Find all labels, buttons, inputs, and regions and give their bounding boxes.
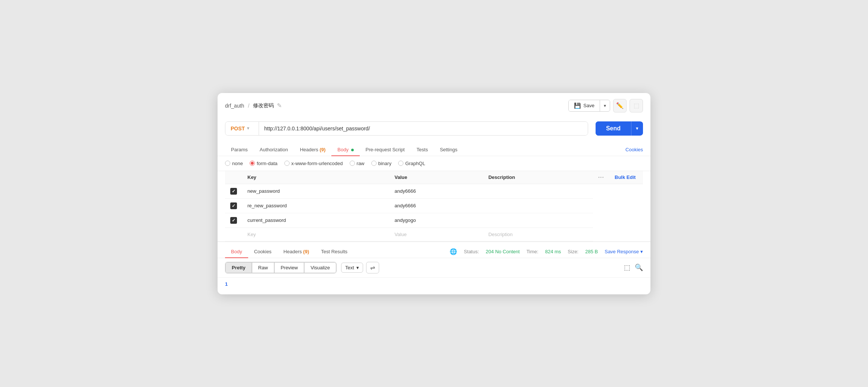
tab-tests[interactable]: Tests [410,144,434,156]
size-value: 285 B [585,249,598,254]
send-label: Send [606,125,621,131]
tab-settings[interactable]: Settings [434,144,463,156]
globe-icon: 🌐 [450,248,457,255]
row3-value[interactable]: andygogo [389,213,483,227]
format-arrow: ▾ [356,265,359,270]
save-response-button[interactable]: Save Response ▾ [605,249,643,254]
response-body: 1 [218,278,650,294]
view-preview-button[interactable]: Preview [274,262,304,273]
edit-button[interactable]: ✏️ [613,99,627,112]
radio-raw[interactable]: raw [350,161,365,166]
row1-checkbox-cell[interactable]: ✓ [225,184,242,198]
titlebar: drf_auth / 修改密码 ✎ 💾 Save ▾ ✏️ ⬚ [218,93,650,117]
wrap-button[interactable]: ⇌ [366,262,379,273]
save-button-group: 💾 Save ▾ [568,100,610,112]
tab-authorization[interactable]: Authorization [254,144,294,156]
edit-icon[interactable]: ✎ [277,102,282,109]
th-key: Key [242,171,389,184]
row3-key[interactable]: current_password [242,213,389,227]
save-dropdown-arrow[interactable]: ▾ [600,101,610,111]
status-label: Status: [464,249,479,254]
row2-description[interactable] [483,198,593,213]
th-description: Description [483,171,593,184]
view-raw-button[interactable]: Raw [252,262,274,273]
row3-description[interactable] [483,213,593,227]
radio-binary[interactable]: binary [371,161,391,166]
url-input-group: POST ▾ [225,121,588,136]
breadcrumb: drf_auth / 修改密码 ✎ [225,102,282,109]
radio-form-data-label: form-data [257,161,278,166]
copy-to-clipboard-icon[interactable]: ⬚ [624,263,630,272]
tab-body-label: Body [337,147,349,152]
row2-checkbox[interactable]: ✓ [230,202,237,209]
response-tab-headers[interactable]: Headers (9) [278,246,315,258]
view-visualize-button[interactable]: Visualize [304,262,336,273]
th-checkbox [225,171,242,184]
response-tab-test-results-label: Test Results [321,249,347,254]
format-select[interactable]: Text ▾ [341,263,363,273]
row2-value[interactable]: andy6666 [389,198,483,213]
size-label: Size: [568,249,578,254]
radio-urlencoded[interactable]: x-www-form-urlencoded [284,161,343,166]
row1-description[interactable] [483,184,593,198]
radio-none-circle [225,161,230,166]
response-tab-test-results[interactable]: Test Results [315,246,353,258]
view-pretty-button[interactable]: Pretty [225,262,252,273]
row1-key[interactable]: new_password [242,184,389,198]
row3-checkbox-cell[interactable]: ✓ [225,213,242,227]
method-selector[interactable]: POST ▾ [225,122,259,135]
method-arrow: ▾ [247,126,249,131]
table-row-empty: Key Value Description [225,227,643,241]
save-label: Save [583,103,594,108]
send-button-group: Send ▾ [596,121,643,136]
empty-value[interactable]: Value [389,227,483,241]
tab-tests-label: Tests [416,147,428,152]
radio-graphql[interactable]: GraphQL [398,161,425,166]
status-value: 204 No Content [486,249,520,254]
radio-graphql-circle [398,161,403,166]
radio-none[interactable]: none [225,161,243,166]
radio-graphql-label: GraphQL [405,161,425,166]
save-icon: 💾 [574,102,581,109]
row1-value[interactable]: andy6666 [389,184,483,198]
response-tabs: Body Cookies Headers (9) Test Results 🌐 … [218,242,650,258]
tab-params[interactable]: Params [225,144,254,156]
send-dropdown-arrow[interactable]: ▾ [631,122,643,135]
row3-checkbox[interactable]: ✓ [230,217,237,224]
url-input[interactable] [259,122,588,135]
send-button[interactable]: Send [596,121,631,136]
radio-form-data-inner [251,162,254,165]
tab-prerequest[interactable]: Pre-request Script [360,144,411,156]
response-actions: ⬚ 🔍 [624,263,643,272]
response-toolbar: Pretty Raw Preview Visualize Text ▾ ⇌ ⬚ … [218,258,650,278]
response-tab-cookies[interactable]: Cookies [248,246,278,258]
row1-checkbox[interactable]: ✓ [230,188,237,195]
search-icon[interactable]: 🔍 [635,263,643,272]
copy-button[interactable]: ⬚ [630,99,643,112]
empty-description[interactable]: Description [483,227,593,241]
breadcrumb-current: 修改密码 [253,102,274,109]
tab-cookies[interactable]: Cookies [625,147,643,152]
th-value: Value [389,171,483,184]
row2-checkbox-cell[interactable]: ✓ [225,198,242,213]
row2-key[interactable]: re_new_password [242,198,389,213]
empty-checkbox-cell [225,227,242,241]
tab-body[interactable]: Body [331,144,359,156]
radio-urlencoded-circle [284,161,290,166]
breadcrumb-parent[interactable]: drf_auth [225,103,244,109]
radio-raw-label: raw [357,161,365,166]
radio-form-data[interactable]: form-data [250,161,278,166]
empty-key[interactable]: Key [242,227,389,241]
request-tabs: Params Authorization Headers (9) Body Pr… [218,140,650,156]
response-tab-body[interactable]: Body [225,246,248,258]
save-button[interactable]: 💾 Save [569,100,600,111]
view-button-group: Pretty Raw Preview Visualize [225,262,337,273]
time-label: Time: [527,249,538,254]
body-params-table: Key Value Description ··· Bulk Edit ✓ ne… [225,171,643,241]
save-response-label: Save Response [605,249,639,254]
th-bulk-edit[interactable]: Bulk Edit [609,171,643,184]
tab-settings-label: Settings [440,147,458,152]
main-window: drf_auth / 修改密码 ✎ 💾 Save ▾ ✏️ ⬚ POST ▾ [218,93,650,294]
method-label: POST [231,126,245,131]
tab-headers[interactable]: Headers (9) [294,144,332,156]
